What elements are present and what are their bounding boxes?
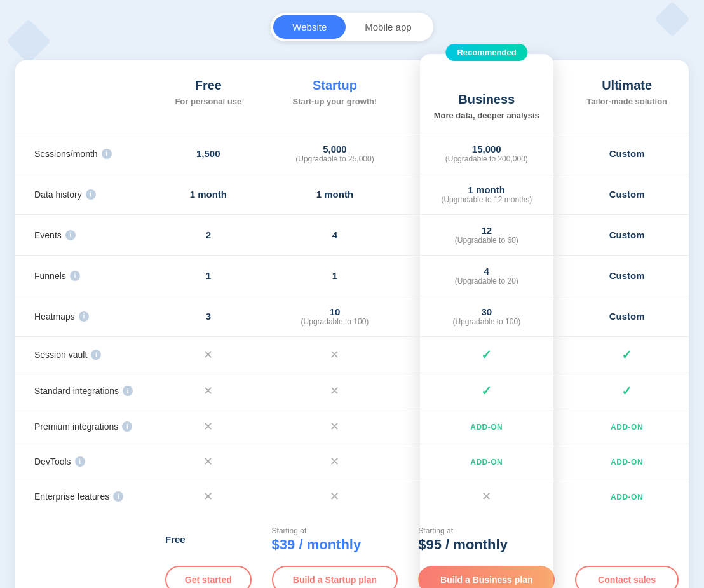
value-main: 1 — [165, 270, 252, 281]
business-price-cell: Starting at $95 / monthly — [408, 514, 565, 559]
value-main: 1 month — [165, 189, 252, 200]
value-main: 10 — [272, 306, 398, 317]
info-icon[interactable]: i — [123, 386, 133, 396]
value-main: 3 — [165, 311, 252, 322]
feature-label-8: DevToolsi — [15, 444, 155, 479]
feature-text: Sessions/month — [34, 149, 98, 159]
feature-text: Data history — [34, 189, 82, 200]
feature-value-6-1: ✕ — [262, 373, 409, 409]
feature-value-8-2: ADD-ON — [408, 444, 565, 479]
feature-row: Premium integrationsi✕✕ADD-ONADD-ON — [15, 409, 689, 444]
value-main: Custom — [575, 148, 679, 159]
value-sub: (Upgradable to 100) — [418, 317, 555, 326]
business-cta-button[interactable]: Build a Business plan — [418, 566, 555, 588]
feature-value-4-2: 30(Upgradable to 100) — [408, 296, 565, 337]
business-plan-subtitle: More data, deeper analysis — [418, 111, 555, 120]
feature-value-5-0: ✕ — [155, 337, 262, 373]
info-icon[interactable]: i — [75, 456, 85, 467]
feature-row: Enterprise featuresi✕✕✕ADD-ON — [15, 479, 689, 514]
feature-value-2-1: 4 — [262, 215, 409, 256]
info-icon[interactable]: i — [122, 421, 132, 432]
website-toggle-btn[interactable]: Website — [273, 15, 346, 39]
value-sub: (Upgradable to 200,000) — [418, 154, 555, 163]
info-icon[interactable]: i — [91, 350, 101, 360]
feature-value-6-3: ✓ — [565, 373, 689, 409]
info-icon[interactable]: i — [86, 189, 96, 200]
feature-value-8-1: ✕ — [262, 444, 409, 479]
info-icon[interactable]: i — [79, 311, 89, 322]
startup-plan-subtitle: Start-up your growth! — [272, 97, 398, 106]
value-main: Custom — [575, 270, 679, 281]
info-icon[interactable]: i — [102, 149, 112, 159]
value-sub: (Upgradable to 12 months) — [418, 195, 555, 204]
feature-row: Standard integrationsi✕✕✓✓ — [15, 373, 689, 409]
feature-header-empty — [15, 60, 155, 133]
check-icon: ✓ — [621, 384, 632, 398]
feature-value-5-1: ✕ — [262, 337, 409, 373]
feature-value-1-2: 1 month(Upgradable to 12 months) — [408, 174, 565, 215]
check-icon: ✓ — [481, 348, 492, 362]
feature-label-2: Eventsi — [15, 215, 155, 256]
feature-value-2-3: Custom — [565, 215, 689, 256]
plan-header-startup: Startup Start-up your growth! — [262, 60, 409, 133]
feature-value-1-0: 1 month — [155, 174, 262, 215]
decorative-diamond-1 — [6, 19, 51, 64]
free-cta-button[interactable]: Get started — [165, 566, 252, 588]
feature-value-8-3: ADD-ON — [565, 444, 689, 479]
feature-text: Enterprise features — [34, 491, 109, 502]
addon-label: ADD-ON — [470, 458, 503, 467]
value-sub: (Upgradable to 100) — [272, 317, 398, 326]
feature-value-3-2: 4(Upgradable to 20) — [408, 256, 565, 296]
startup-price-cell: Starting at $39 / monthly — [262, 514, 409, 559]
info-icon[interactable]: i — [70, 271, 80, 281]
startup-cta-button[interactable]: Build a Startup plan — [272, 566, 398, 588]
free-price-cell: Free — [155, 514, 262, 559]
feature-row: Data historyi1 month1 month1 month(Upgra… — [15, 174, 689, 215]
value-main: Custom — [575, 311, 679, 322]
recommended-badge: Recommended — [445, 44, 527, 61]
feature-text: Heatmaps — [34, 311, 75, 322]
plan-header-free: Free For personal use — [155, 60, 262, 133]
ultimate-plan-subtitle: Tailor-made solution — [575, 97, 679, 106]
feature-value-0-3: Custom — [565, 133, 689, 174]
feature-text: Standard integrations — [34, 386, 119, 396]
feature-label-7: Premium integrationsi — [15, 409, 155, 444]
cross-icon: ✕ — [203, 385, 213, 397]
feature-label-5: Session vaulti — [15, 337, 155, 373]
info-icon[interactable]: i — [113, 491, 123, 502]
value-main: 12 — [418, 225, 555, 236]
feature-value-6-2: ✓ — [408, 373, 565, 409]
value-sub: (Upgradable to 25,000) — [272, 154, 398, 163]
value-main: 4 — [272, 229, 398, 240]
cross-icon: ✕ — [330, 455, 339, 468]
plan-header-ultimate: Ultimate Tailor-made solution — [565, 60, 689, 133]
business-price-value: $95 / monthly — [418, 537, 555, 553]
check-icon: ✓ — [481, 384, 492, 398]
check-icon: ✓ — [621, 348, 632, 362]
feature-label-4: Heatmapsi — [15, 296, 155, 337]
cross-icon: ✕ — [330, 490, 339, 503]
business-btn-cell: Build a Business plan — [408, 559, 565, 588]
value-main: Custom — [575, 189, 679, 200]
value-main: Custom — [575, 229, 679, 240]
feature-value-1-1: 1 month — [262, 174, 409, 215]
addon-label: ADD-ON — [470, 423, 503, 432]
pricing-table: Free For personal use Startup Start-up y… — [15, 60, 689, 588]
feature-label-9: Enterprise featuresi — [15, 479, 155, 514]
cross-icon: ✕ — [330, 420, 339, 433]
value-main: 1 month — [272, 189, 398, 200]
feature-value-0-0: 1,500 — [155, 133, 262, 174]
free-btn-cell: Get started — [155, 559, 262, 588]
feature-value-7-3: ADD-ON — [565, 409, 689, 444]
ultimate-cta-button[interactable]: Contact sales — [575, 566, 679, 588]
info-icon[interactable]: i — [65, 230, 76, 240]
feature-text: Funnels — [34, 271, 66, 281]
feature-value-1-3: Custom — [565, 174, 689, 215]
feature-value-4-3: Custom — [565, 296, 689, 337]
feature-label-0: Sessions/monthi — [15, 133, 155, 174]
addon-label: ADD-ON — [611, 423, 643, 432]
decorative-diamond-2 — [654, 1, 691, 38]
mobile-toggle-btn[interactable]: Mobile app — [346, 15, 430, 39]
feature-value-5-2: ✓ — [408, 337, 565, 373]
feature-label-6: Standard integrationsi — [15, 373, 155, 409]
